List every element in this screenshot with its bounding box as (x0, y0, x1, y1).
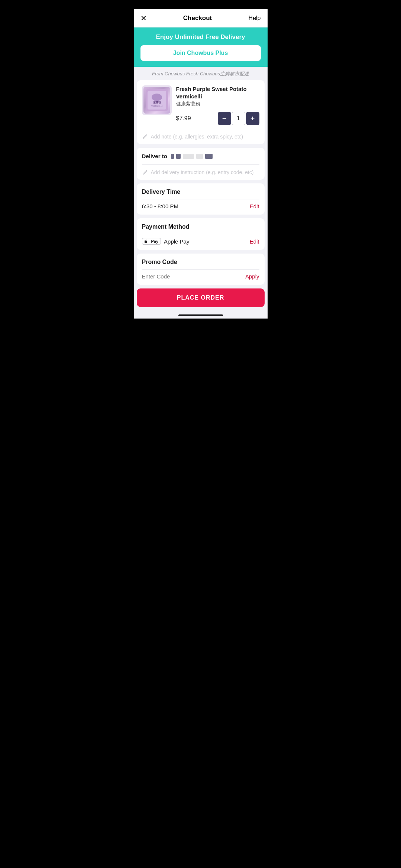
home-indicator (134, 311, 268, 319)
pencil-icon (142, 169, 148, 175)
delivery-time-row: 6:30 - 8:00 PM Edit (137, 199, 265, 215)
product-image: 紫薯粉 VERMICELLI (142, 85, 172, 115)
apple-pay-icon: Pay (142, 238, 161, 245)
promo-code-row: Apply (137, 270, 265, 285)
svg-text:VERMICELLI: VERMICELLI (151, 105, 162, 107)
product-card: 紫薯粉 VERMICELLI Fresh Purple Sweet Potato… (137, 80, 265, 144)
svg-text:紫薯粉: 紫薯粉 (153, 101, 161, 104)
add-note-placeholder: Add note (e.g. allergies, extra spicy, e… (151, 134, 243, 140)
payment-method-row: Pay Apple Pay Edit (137, 234, 265, 250)
place-order-label: PLACE ORDER (177, 294, 224, 301)
product-price: $7.99 (176, 115, 191, 122)
apply-promo-button[interactable]: Apply (245, 273, 259, 280)
increase-quantity-button[interactable]: + (246, 112, 259, 125)
product-name-english: Fresh Purple Sweet Potato Vermicelli (176, 85, 259, 100)
delivery-time-value: 6:30 - 8:00 PM (142, 203, 178, 209)
payment-method-card: Payment Method Pay Apple Pay Edit (137, 218, 265, 250)
promo-code-card: Promo Code Apply (137, 254, 265, 285)
product-name-chinese: 健康紫薯粉 (176, 101, 259, 107)
pencil-icon (142, 134, 148, 140)
decrease-quantity-button[interactable]: − (218, 112, 231, 125)
payment-method-header: Payment Method (137, 218, 265, 234)
from-label: From Chowbus Fresh Chowbus生鲜超市配送 (134, 67, 268, 80)
delivery-time-card: Delivery Time 6:30 - 8:00 PM Edit (137, 183, 265, 215)
product-info: Fresh Purple Sweet Potato Vermicelli 健康紫… (176, 85, 259, 125)
delivery-instruction-row[interactable]: Add delivery instruction (e.g. entry cod… (137, 165, 265, 180)
address-row[interactable]: Deliver to (137, 148, 265, 164)
add-note-row[interactable]: Add note (e.g. allergies, extra spicy, e… (137, 129, 265, 144)
home-bar (178, 314, 223, 316)
payment-method-info: Pay Apple Pay (142, 238, 190, 245)
place-order-button[interactable]: PLACE ORDER (137, 288, 265, 307)
delivery-time-edit-button[interactable]: Edit (250, 203, 259, 209)
promo-banner-title: Enjoy Unlimited Free Delivery (140, 33, 261, 41)
page-title: Checkout (183, 14, 212, 22)
payment-method-name: Apple Pay (164, 238, 189, 245)
promo-code-header: Promo Code (137, 254, 265, 269)
quantity-controls: − 1 + (218, 112, 259, 125)
address-label: Deliver to (142, 153, 213, 159)
svg-point-2 (152, 94, 162, 101)
join-chowbus-plus-button[interactable]: Join Chowbus Plus (140, 45, 261, 61)
promo-code-input[interactable] (142, 273, 245, 280)
delivery-instruction-placeholder: Add delivery instruction (e.g. entry cod… (151, 169, 254, 175)
deliver-to-card: Deliver to Add delivery instruction (e.g… (137, 148, 265, 180)
promo-banner: Enjoy Unlimited Free Delivery Join Chowb… (134, 27, 268, 67)
quantity-display: 1 (232, 112, 245, 125)
delivery-time-header: Delivery Time (137, 183, 265, 199)
payment-method-edit-button[interactable]: Edit (250, 238, 259, 245)
help-button[interactable]: Help (249, 15, 261, 22)
close-button[interactable]: ✕ (140, 14, 147, 23)
checkout-header: ✕ Checkout Help (134, 9, 268, 27)
